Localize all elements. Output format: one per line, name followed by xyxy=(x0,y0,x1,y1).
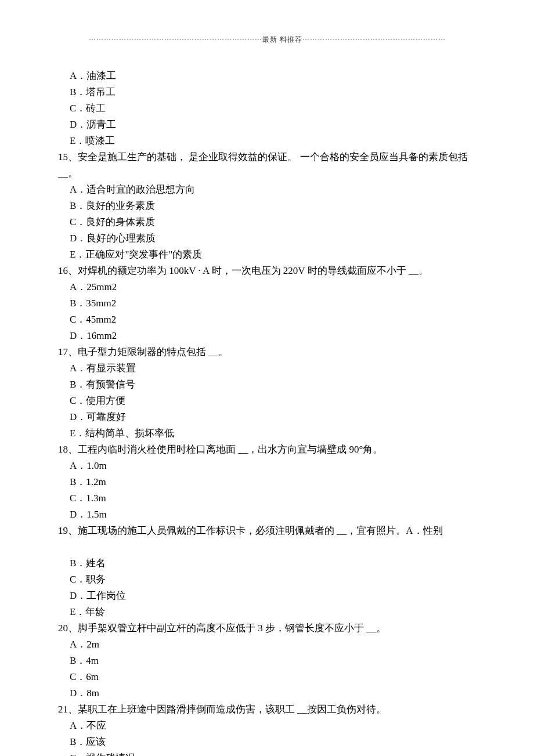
q18-option-d: D．1.5m xyxy=(58,507,476,523)
q15-option-d: D．良好的心理素质 xyxy=(58,230,476,247)
q16-option-c: C．45mm2 xyxy=(58,312,476,328)
q16-option-b: B．35mm2 xyxy=(58,295,476,312)
q16-option-a: A．25mm2 xyxy=(58,279,476,295)
q21-option-a: A．不应 xyxy=(58,718,476,734)
q15-option-b: B．良好的业务素质 xyxy=(58,198,476,214)
q14-option-c: C．砖工 xyxy=(58,100,476,117)
q15-stem: 15、安全是施工生产的基础， 是企业取得效益的保证。 一个合格的安全员应当具备的… xyxy=(58,149,476,182)
q18-option-c: C．1.3m xyxy=(58,490,476,507)
q15-option-e: E．正确应对"突发事件"的素质 xyxy=(58,247,476,263)
q15-option-a: A．适合时宜的政治思想方向 xyxy=(58,182,476,198)
q21-stem: 21、某职工在上班途中因路滑摔倒而造成伤害，该职工 __按因工负伤对待。 xyxy=(58,701,476,718)
q20-option-b: B．4m xyxy=(58,653,476,669)
q19-option-b: B．姓名 xyxy=(58,555,476,571)
q21-option-b: B．应该 xyxy=(58,734,476,750)
header-dots-right: ⋯⋯⋯⋯⋯⋯⋯⋯⋯⋯⋯⋯⋯⋯⋯⋯⋯⋯⋯ xyxy=(302,35,446,44)
q19-option-e: E．年龄 xyxy=(58,604,476,620)
q16-stem: 16、对焊机的额定功率为 100kV · A 时，一次电压为 220V 时的导线… xyxy=(58,263,476,279)
q17-option-e: E．结构简单、损坏率低 xyxy=(58,425,476,442)
q20-option-a: A．2m xyxy=(58,636,476,653)
q19-blank xyxy=(58,539,476,555)
q18-stem: 18、工程内临时消火栓使用时栓口离地面 __，出水方向宜与墙壁成 90°角。 xyxy=(58,442,476,458)
q20-option-d: D．8m xyxy=(58,685,476,701)
q14-option-d: D．沥青工 xyxy=(58,117,476,133)
page-header: ⋯⋯⋯⋯⋯⋯⋯⋯⋯⋯⋯⋯⋯⋯⋯⋯⋯⋯⋯⋯⋯⋯⋯最新 料推荐⋯⋯⋯⋯⋯⋯⋯⋯⋯⋯⋯… xyxy=(58,35,476,45)
header-dots-left: ⋯⋯⋯⋯⋯⋯⋯⋯⋯⋯⋯⋯⋯⋯⋯⋯⋯⋯⋯⋯⋯⋯⋯ xyxy=(89,35,262,44)
q17-option-b: B．有预警信号 xyxy=(58,377,476,393)
q19-option-d: D．工作岗位 xyxy=(58,588,476,604)
q19-option-c: C．职务 xyxy=(58,571,476,588)
q17-option-c: C．使用方便 xyxy=(58,393,476,409)
q18-option-a: A．1.0m xyxy=(58,458,476,474)
document-page: ⋯⋯⋯⋯⋯⋯⋯⋯⋯⋯⋯⋯⋯⋯⋯⋯⋯⋯⋯⋯⋯⋯⋯最新 料推荐⋯⋯⋯⋯⋯⋯⋯⋯⋯⋯⋯… xyxy=(0,0,534,756)
q16-option-d: D．16mm2 xyxy=(58,328,476,344)
header-text: 最新 料推荐 xyxy=(262,35,302,44)
q21-option-c: C．视伤残情况 xyxy=(58,750,476,756)
q14-option-e: E．喷漆工 xyxy=(58,133,476,149)
q18-option-b: B．1.2m xyxy=(58,474,476,490)
q17-option-a: A．有显示装置 xyxy=(58,360,476,377)
q20-stem: 20、脚手架双管立杆中副立杆的高度不应低于 3 步，钢管长度不应小于 __。 xyxy=(58,620,476,636)
q19-stem: 19、施工现场的施工人员佩戴的工作标识卡，必须注明佩戴者的 __，宜有照片。A．… xyxy=(58,523,476,539)
q14-option-b: B．塔吊工 xyxy=(58,84,476,100)
q20-option-c: C．6m xyxy=(58,669,476,685)
q15-option-c: C．良好的身体素质 xyxy=(58,214,476,230)
q17-stem: 17、电子型力矩限制器的特点包括 __。 xyxy=(58,344,476,360)
q14-option-a: A．油漆工 xyxy=(58,68,476,84)
q17-option-d: D．可靠度好 xyxy=(58,409,476,425)
